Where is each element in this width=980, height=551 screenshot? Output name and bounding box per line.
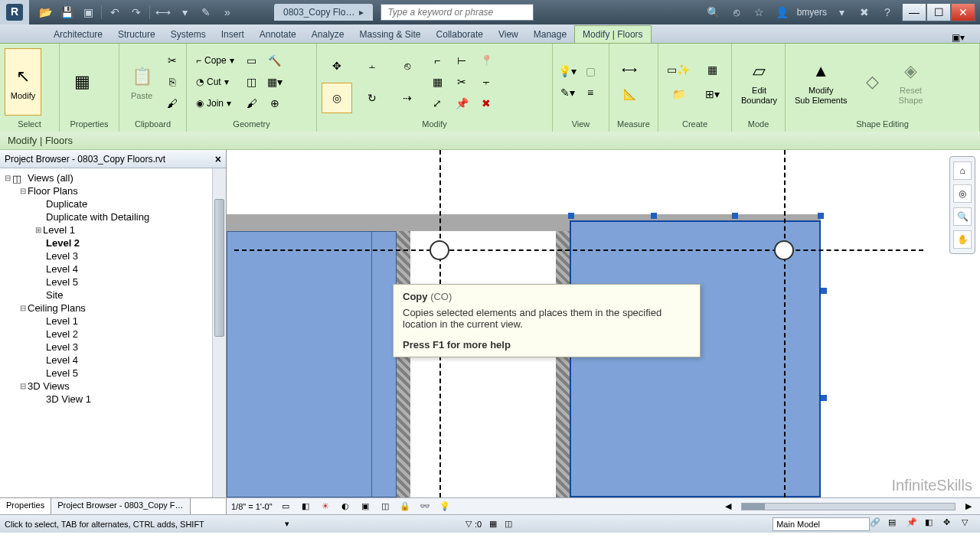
trim-corner-icon[interactable]: ⌐: [427, 51, 447, 70]
select-underlay-icon[interactable]: ▤: [888, 517, 902, 531]
linework-icon[interactable]: ≡: [580, 83, 600, 103]
measure-tool-icon[interactable]: 📐: [614, 83, 645, 106]
measure-icon[interactable]: ⟷: [155, 4, 172, 21]
beam-join-icon[interactable]: ⊕: [265, 93, 285, 113]
tree-item[interactable]: Level 3: [46, 341, 78, 353]
modify-sub-button[interactable]: ▲ Modify Sub Elements: [790, 48, 851, 116]
demolish-icon[interactable]: 🔨: [265, 51, 285, 70]
geom-dd-icon[interactable]: ▦▾: [265, 72, 285, 92]
lock-3d-icon[interactable]: 🔒: [398, 500, 412, 513]
filter-sb-icon[interactable]: ▽: [962, 517, 975, 531]
help-icon[interactable]: ?: [879, 4, 896, 21]
tree-item[interactable]: Duplicate: [46, 198, 87, 210]
scale-label[interactable]: 1/8" = 1'-0": [231, 502, 273, 511]
crop-view-icon[interactable]: ▣: [358, 500, 372, 513]
tree-collapse-icon[interactable]: ⊟: [18, 382, 28, 390]
detail-level-icon[interactable]: ▭: [279, 500, 292, 513]
dimension-icon[interactable]: ⟷: [614, 58, 645, 81]
tab-annotate[interactable]: Annotate: [252, 26, 304, 43]
panel-toggle-icon[interactable]: ▣▾: [952, 32, 965, 43]
tree-collapse-icon[interactable]: ⊟: [18, 304, 28, 312]
scroll-left-icon[interactable]: ◀: [721, 500, 735, 513]
tree-item[interactable]: Level 5: [46, 276, 78, 288]
user-icon[interactable]: 👤: [774, 4, 791, 21]
nav-pan-icon[interactable]: ✋: [953, 230, 972, 249]
filter-icon[interactable]: ▽: [466, 519, 472, 529]
workset-dropdown[interactable]: Main Model: [773, 517, 870, 531]
tab-analyze[interactable]: Analyze: [304, 26, 352, 43]
delete-icon[interactable]: ✖: [476, 93, 496, 113]
tab-structure[interactable]: Structure: [110, 26, 163, 43]
nav-home-icon[interactable]: ⌂: [953, 161, 972, 180]
split-face-icon[interactable]: ◫: [242, 72, 262, 92]
copy-button[interactable]: ◎: [322, 83, 352, 113]
temp-hide-icon[interactable]: 👓: [418, 500, 432, 513]
favorite-icon[interactable]: ☆: [751, 4, 768, 21]
offset-button[interactable]: ⇢: [392, 83, 423, 113]
tree-3d-views[interactable]: 3D Views: [28, 380, 70, 392]
tree-collapse-icon[interactable]: ⊟: [18, 187, 28, 195]
pb-tab-properties[interactable]: Properties: [0, 498, 51, 514]
modify-button[interactable]: ↖ Modify: [5, 48, 41, 116]
user-dd-icon[interactable]: ▾: [833, 4, 850, 21]
add-point-button[interactable]: ◇: [854, 48, 890, 116]
drag-elements-icon[interactable]: ✥: [943, 517, 957, 531]
app-icon[interactable]: [0, 0, 29, 24]
create-assembly-icon[interactable]: ⊞▾: [697, 83, 727, 106]
tab-collaborate[interactable]: Collaborate: [429, 26, 491, 43]
edit-boundary-button[interactable]: ▱ Edit Boundary: [737, 48, 782, 116]
select-pinned-icon[interactable]: 📌: [906, 517, 920, 531]
nav-zoom-icon[interactable]: 🔍: [953, 207, 972, 226]
qat-overflow-icon[interactable]: »: [219, 4, 236, 21]
lightbulb-icon[interactable]: 💡▾: [557, 61, 577, 81]
tree-item[interactable]: Level 1: [43, 224, 75, 236]
worksets-icon[interactable]: ◫: [505, 519, 512, 529]
crop-region-icon[interactable]: ◫: [378, 500, 392, 513]
rotate-button[interactable]: ↻: [357, 83, 387, 113]
tree-item[interactable]: Level 3: [46, 250, 78, 262]
tree-item[interactable]: Level 5: [46, 367, 78, 379]
tree-expand-icon[interactable]: ⊞: [34, 226, 43, 234]
close-button[interactable]: ✕: [951, 3, 975, 21]
scroll-right-icon[interactable]: ▶: [962, 500, 975, 513]
search-input[interactable]: [381, 4, 534, 21]
select-face-icon[interactable]: ◧: [925, 517, 939, 531]
move-button[interactable]: ✥: [322, 51, 352, 81]
comm-icon[interactable]: ⎋: [728, 4, 745, 21]
create-similar-icon[interactable]: ▭✨: [663, 58, 694, 81]
modify-qat-icon[interactable]: ✎: [198, 4, 214, 21]
mirror-axis-button[interactable]: ⎋: [392, 51, 423, 81]
pin-icon[interactable]: 📌: [452, 93, 472, 113]
sync-icon[interactable]: ▣: [80, 4, 96, 21]
cut-geom-button[interactable]: ◔Cut ▾: [191, 72, 239, 92]
sun-path-icon[interactable]: ☀: [318, 500, 332, 513]
cope-button[interactable]: ⌐Cope ▾: [191, 51, 239, 70]
shadows-icon[interactable]: ◐: [338, 500, 352, 513]
tab-massing-site[interactable]: Massing & Site: [352, 26, 429, 43]
document-tab[interactable]: 0803_Copy Flo… ▸: [274, 4, 373, 21]
save-icon[interactable]: 💾: [58, 4, 75, 21]
pb-close-icon[interactable]: ×: [215, 153, 221, 165]
tab-architecture[interactable]: Architecture: [46, 26, 110, 43]
tree-collapse-icon[interactable]: ⊟: [3, 174, 12, 182]
tree-ceiling-plans[interactable]: Ceiling Plans: [28, 302, 86, 314]
reveal-hidden-icon[interactable]: 💡: [438, 500, 452, 513]
array-icon[interactable]: ▦: [427, 72, 447, 92]
pb-scrollbar[interactable]: [212, 168, 226, 497]
tab-view[interactable]: View: [491, 26, 526, 43]
tree-item[interactable]: Level 2: [46, 328, 78, 340]
tab-manage[interactable]: Manage: [526, 26, 574, 43]
trim-single-icon[interactable]: ⊢: [452, 51, 472, 70]
exchange-icon[interactable]: ✖: [856, 4, 873, 21]
copy-clipboard-icon[interactable]: ⎘: [162, 72, 182, 92]
tree-item[interactable]: 3D View 1: [46, 393, 91, 405]
matchtype-icon[interactable]: 🖌: [162, 93, 182, 113]
split-gap-icon[interactable]: ⫟: [476, 72, 496, 92]
measure-dd-icon[interactable]: ▾: [176, 4, 193, 21]
tab-modify-floors[interactable]: Modify | Floors: [574, 25, 651, 43]
tree-floor-plans[interactable]: Floor Plans: [28, 185, 78, 197]
paint-icon[interactable]: 🖌: [242, 93, 262, 113]
scale-icon[interactable]: ⤢: [427, 93, 447, 113]
undo-icon[interactable]: ↶: [106, 4, 123, 21]
pb-tab-browser[interactable]: Project Browser - 0803_Copy F…: [51, 498, 190, 514]
